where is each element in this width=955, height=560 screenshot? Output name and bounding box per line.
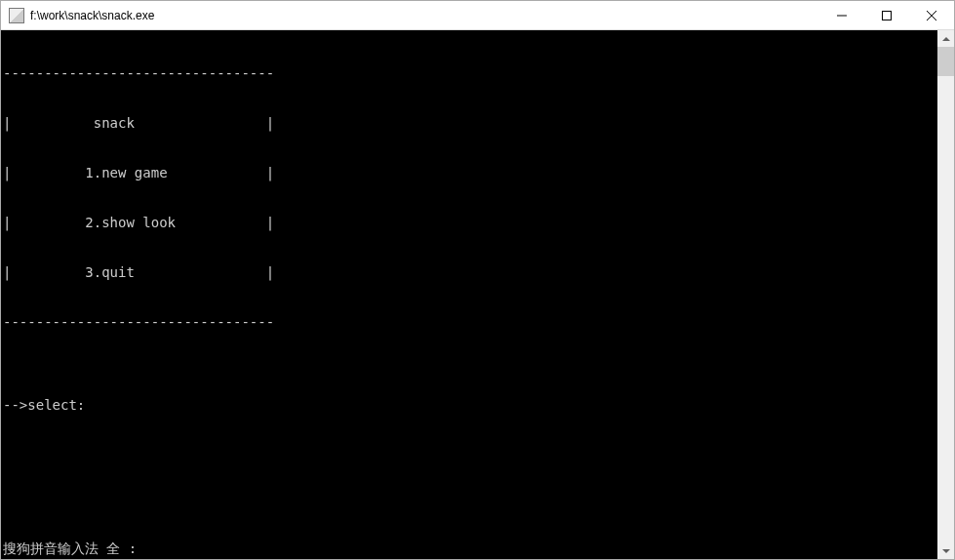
ime-status: 搜狗拼音输入法 全 :	[3, 540, 137, 557]
menu-item-quit: | 3.quit |	[3, 264, 937, 281]
menu-title: | snack |	[3, 115, 937, 132]
titlebar: f:\work\snack\snack.exe	[1, 1, 954, 30]
maximize-button[interactable]	[864, 1, 909, 29]
console-output[interactable]: --------------------------------- | snac…	[1, 30, 937, 559]
menu-border-bottom: ---------------------------------	[3, 314, 937, 331]
window-controls	[819, 1, 954, 29]
svg-marker-5	[942, 549, 950, 553]
scroll-down-arrow-icon[interactable]	[937, 542, 954, 559]
app-icon	[9, 8, 24, 23]
svg-marker-4	[942, 37, 950, 41]
vertical-scrollbar[interactable]	[937, 30, 954, 559]
minimize-button[interactable]	[819, 1, 864, 29]
scroll-thumb[interactable]	[937, 47, 954, 76]
menu-item-show-look: | 2.show look |	[3, 215, 937, 231]
svg-rect-1	[883, 11, 892, 20]
window-title: f:\work\snack\snack.exe	[30, 1, 819, 30]
close-button[interactable]	[909, 1, 954, 29]
scroll-up-arrow-icon[interactable]	[937, 30, 954, 47]
menu-item-new-game: | 1.new game |	[3, 165, 937, 181]
select-prompt: -->select:	[3, 397, 937, 414]
menu-border-top: ---------------------------------	[3, 65, 937, 82]
console-wrapper: --------------------------------- | snac…	[1, 30, 954, 559]
